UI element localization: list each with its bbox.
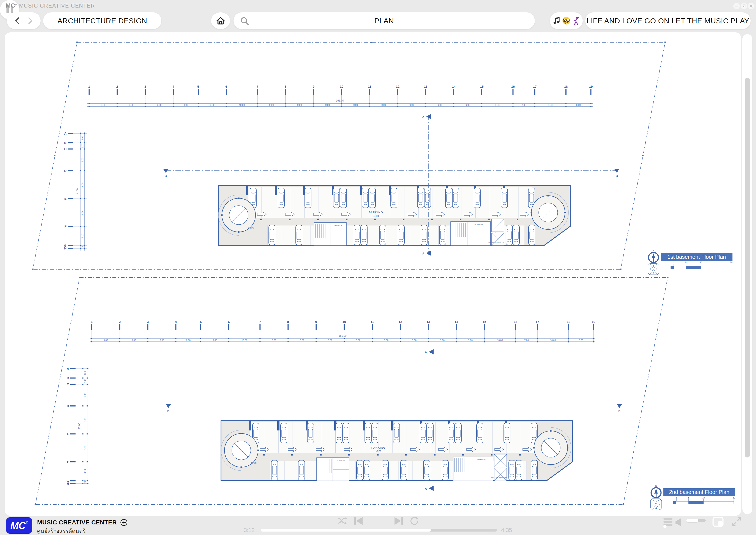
fullscreen-button[interactable] <box>731 516 742 527</box>
mc-logo[interactable]: MC® <box>6 517 32 534</box>
window-title-text: -MUSIC CREATIVE CENTER <box>17 3 95 9</box>
progress-fill <box>261 529 431 532</box>
window-controls <box>733 3 754 9</box>
category-button[interactable]: ARCHITECTURE DESIGN <box>43 12 161 29</box>
home-button[interactable] <box>211 12 230 29</box>
now-playing-banner[interactable]: LIFE AND LOVE GO ON LET THE MUSIC PLAY <box>585 12 751 29</box>
back-button[interactable] <box>13 16 22 25</box>
minimize-icon <box>735 4 738 8</box>
repeat-button[interactable] <box>410 516 419 526</box>
home-icon <box>216 16 226 26</box>
scrollbar-thumb[interactable] <box>745 78 750 458</box>
emoji-badge[interactable] <box>550 12 583 29</box>
add-circle-icon[interactable] <box>120 519 127 526</box>
restore-icon <box>742 4 746 8</box>
song-title: LIFE AND LOVE GO ON LET THE MUSIC PLAY <box>586 16 749 25</box>
history-nav <box>7 12 40 29</box>
search-input[interactable]: PLAN <box>233 12 535 29</box>
app-logo-text: MC <box>6 2 15 9</box>
pip-button[interactable] <box>712 517 724 527</box>
window-title: MC®-MUSIC CREATIVE CENTER <box>6 2 95 9</box>
mc-logo-text: MC <box>10 520 25 531</box>
drawing-canvas[interactable] <box>5 32 741 516</box>
category-label: ARCHITECTURE DESIGN <box>57 16 147 25</box>
app-subtitle: ศูนย์สร้างสรรค์ดนตรี <box>37 526 86 535</box>
music-creative-center-window: { "window": { "logo": "MC", "logo_mark":… <box>0 0 756 535</box>
app-name-row: MUSIC CREATIVE CENTER <box>37 519 127 526</box>
queue-button[interactable] <box>662 517 673 528</box>
man-dancing-icon <box>572 16 580 26</box>
app-name: MUSIC CREATIVE CENTER <box>37 519 117 526</box>
volume-thumb[interactable] <box>686 519 698 522</box>
music-note-icon <box>552 16 561 26</box>
current-time: 3:12 <box>233 527 255 533</box>
close-button[interactable] <box>748 3 754 9</box>
previous-button[interactable] <box>354 516 364 526</box>
volume-icon[interactable] <box>675 518 685 527</box>
nerd-face-icon <box>561 16 571 26</box>
minimize-button[interactable] <box>733 3 740 9</box>
total-time: 4:35 <box>501 527 512 533</box>
canvas-scrollbar[interactable] <box>742 34 752 514</box>
mc-logo-mark: ® <box>26 521 28 524</box>
next-button[interactable] <box>394 516 404 526</box>
shuffle-button[interactable] <box>338 516 348 526</box>
search-value: PLAN <box>374 16 394 25</box>
restore-button[interactable] <box>741 3 747 9</box>
search-icon <box>240 16 250 26</box>
progress-bar[interactable] <box>261 529 497 532</box>
volume-slider[interactable] <box>687 519 706 522</box>
close-icon <box>749 4 753 8</box>
forward-button[interactable] <box>26 16 34 25</box>
